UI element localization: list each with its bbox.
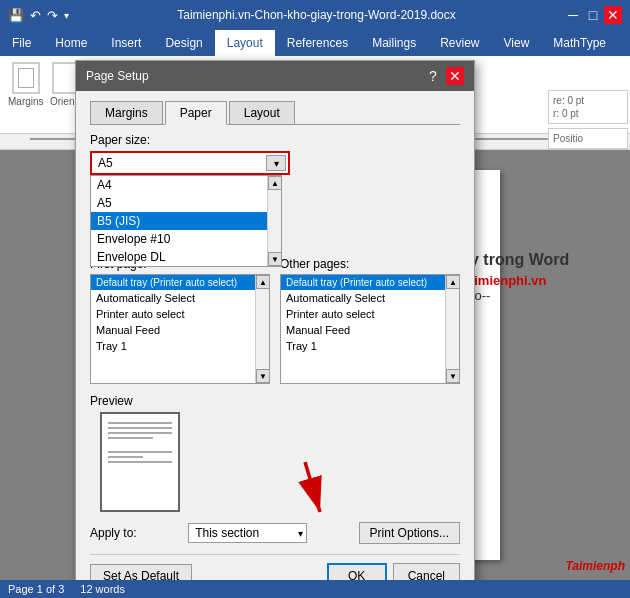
first-page-scrollbar: ▲ ▼ (255, 275, 269, 383)
ooo-text: o0o-- (460, 288, 600, 303)
brand-text: Taimienphi.vn (460, 273, 600, 288)
title-bar: 💾 ↶ ↷ ▾ Taimienphi.vn-Chon-kho-giay-tron… (0, 0, 630, 30)
print-options-button[interactable]: Print Options... (359, 522, 460, 544)
dialog-title: Page Setup (86, 69, 149, 83)
tray-item-printer-other[interactable]: Printer auto select (281, 306, 459, 322)
tab-review[interactable]: Review (428, 30, 491, 56)
preview-line-1 (108, 422, 172, 424)
preview-box (100, 412, 180, 512)
tray-item-tray1-first[interactable]: Tray 1 (91, 338, 269, 354)
right-panel: re: 0 pt r: 0 pt Positio (548, 90, 628, 149)
tab-mailings[interactable]: Mailings (360, 30, 428, 56)
tab-design[interactable]: Design (153, 30, 214, 56)
tray-item-default-other[interactable]: Default tray (Printer auto select) (281, 275, 459, 290)
first-scroll-up[interactable]: ▲ (256, 275, 270, 289)
paper-size-dropdown-arrow[interactable]: ▾ (266, 155, 286, 171)
paper-size-input[interactable] (92, 153, 288, 173)
title-bar-icons: 💾 ↶ ↷ ▾ (8, 8, 69, 23)
tab-layout-dialog[interactable]: Layout (229, 101, 295, 124)
status-bar: Page 1 of 3 12 words (0, 580, 630, 598)
dropdown-scrollbar: ▲ ▼ (267, 176, 281, 266)
paper-size-label: Paper size: (90, 133, 460, 147)
dialog-close-button[interactable]: ✕ (446, 67, 464, 85)
minimize-button[interactable]: ─ (564, 6, 582, 24)
other-scroll-up[interactable]: ▲ (446, 275, 460, 289)
dropdown-item-b5jis[interactable]: B5 (JIS) (91, 212, 281, 230)
tray-item-manual-first[interactable]: Manual Feed (91, 322, 269, 338)
undo-icon[interactable]: ↶ (30, 8, 41, 23)
preview-line-3 (108, 432, 172, 434)
tab-paper[interactable]: Paper (165, 101, 227, 125)
paper-size-container: ▾ A4 A5 B5 (JIS) Envelope #10 Envelope D… (90, 151, 460, 175)
window-title: Taimienphi.vn-Chon-kho-giay-trong-Word-2… (69, 8, 564, 22)
apply-to-label: Apply to: (90, 526, 137, 540)
right-side-content: ấy trong Word Taimienphi.vn o0o-- (460, 250, 600, 303)
other-pages-label: Other pages: (280, 257, 460, 271)
dialog-title-buttons: ? ✕ (424, 67, 464, 85)
redo-icon[interactable]: ↷ (47, 8, 58, 23)
tab-home[interactable]: Home (43, 30, 99, 56)
save-icon[interactable]: 💾 (8, 8, 24, 23)
tab-file[interactable]: File (0, 30, 43, 56)
paper-size-box: ▾ (90, 151, 290, 175)
dialog-titlebar: Page Setup ? ✕ (76, 61, 474, 91)
preview-line-4 (108, 437, 153, 439)
other-pages-scrollbar: ▲ ▼ (445, 275, 459, 383)
first-page-section: First page: Default tray (Printer auto s… (90, 257, 270, 384)
dropdown-item-envdl[interactable]: Envelope DL (91, 248, 281, 266)
tab-layout[interactable]: Layout (215, 30, 275, 56)
scroll-down-btn[interactable]: ▼ (268, 252, 282, 266)
dropdown-item-a4[interactable]: A4 (91, 176, 281, 194)
tray-item-tray1-other[interactable]: Tray 1 (281, 338, 459, 354)
page-setup-dialog: Page Setup ? ✕ Margins Paper Layout Pape… (75, 60, 475, 598)
preview-line-5 (108, 451, 172, 453)
tab-mathtype[interactable]: MathType (541, 30, 618, 56)
dropdown-item-a5[interactable]: A5 (91, 194, 281, 212)
preview-line-6 (108, 456, 143, 458)
close-window-button[interactable]: ✕ (604, 6, 622, 24)
dialog-help-button[interactable]: ? (424, 67, 442, 85)
other-pages-tray-list: Default tray (Printer auto select) Autom… (280, 274, 460, 384)
tray-item-default-first[interactable]: Default tray (Printer auto select) (91, 275, 269, 290)
dropdown-item-env10[interactable]: Envelope #10 (91, 230, 281, 248)
dialog-tabs: Margins Paper Layout (90, 101, 460, 125)
page-info: Page 1 of 3 (8, 583, 64, 595)
ribbon: File Home Insert Design Layout Reference… (0, 30, 630, 56)
tray-item-auto-other[interactable]: Automatically Select (281, 290, 459, 306)
preview-section: Preview (90, 394, 460, 512)
first-page-tray-list: Default tray (Printer auto select) Autom… (90, 274, 270, 384)
scroll-up-btn[interactable]: ▲ (268, 176, 282, 190)
tab-margins[interactable]: Margins (90, 101, 163, 124)
window-controls: ─ □ ✕ (564, 6, 622, 24)
dialog-content: Margins Paper Layout Paper size: ▾ A4 A5… (76, 91, 474, 598)
tray-item-auto-first[interactable]: Automatically Select (91, 290, 269, 306)
tab-references[interactable]: References (275, 30, 360, 56)
preview-line-2 (108, 427, 172, 429)
tab-view[interactable]: View (492, 30, 542, 56)
tab-insert[interactable]: Insert (99, 30, 153, 56)
tray-item-manual-other[interactable]: Manual Feed (281, 322, 459, 338)
maximize-button[interactable]: □ (584, 6, 602, 24)
preview-spacer (108, 442, 172, 448)
preview-label: Preview (90, 394, 460, 408)
tray-columns: First page: Default tray (Printer auto s… (90, 257, 460, 384)
bottom-brand: Taimienph (565, 559, 625, 573)
svg-line-1 (305, 462, 320, 512)
red-arrow-indicator (285, 457, 345, 530)
right-heading: ấy trong Word (460, 250, 600, 269)
other-pages-section: Other pages: Default tray (Printer auto … (280, 257, 460, 384)
word-count: 12 words (80, 583, 125, 595)
first-scroll-down[interactable]: ▼ (256, 369, 270, 383)
preview-line-7 (108, 461, 172, 463)
tray-item-printer-first[interactable]: Printer auto select (91, 306, 269, 322)
apply-to-row: Apply to: This section Whole document Pr… (90, 522, 460, 544)
paper-size-dropdown: A4 A5 B5 (JIS) Envelope #10 Envelope DL … (90, 175, 282, 267)
other-scroll-down[interactable]: ▼ (446, 369, 460, 383)
margins-tool: Margins (8, 62, 44, 107)
